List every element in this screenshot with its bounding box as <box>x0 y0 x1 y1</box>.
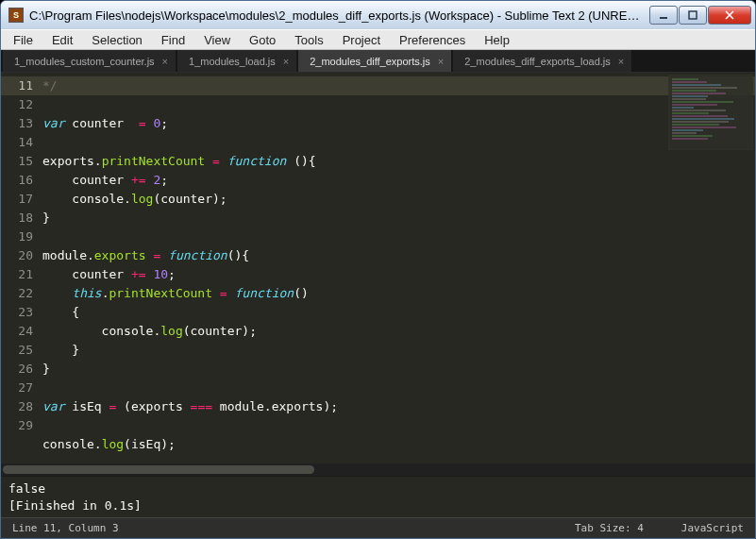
app-window: S C:\Program Files\nodejs\Workspace\modu… <box>0 0 756 539</box>
menu-edit[interactable]: Edit <box>43 31 81 49</box>
close-icon[interactable]: × <box>162 56 168 67</box>
status-tab-size[interactable]: Tab Size: 4 <box>575 522 644 534</box>
maximize-button[interactable] <box>679 6 707 25</box>
tab-label: 1_modules_load.js <box>189 56 276 67</box>
tab-0[interactable]: 1_modules_custom_counter.js× <box>3 50 176 72</box>
tab-label: 2_modules_diff_exports.js <box>310 56 430 67</box>
code-line[interactable]: console.log(counter); <box>42 324 257 338</box>
code-line[interactable]: */ <box>42 76 755 95</box>
code-line[interactable]: } <box>42 362 50 376</box>
code-line[interactable]: } <box>42 211 50 225</box>
build-output[interactable]: false [Finished in 0.1s] <box>1 476 755 517</box>
code-line[interactable]: { <box>42 305 79 319</box>
menu-goto[interactable]: Goto <box>241 31 284 49</box>
tab-label: 2_modules_diff_exports_load.js <box>464 56 611 67</box>
code-line[interactable]: console.log(isEq); <box>42 437 176 451</box>
tab-2[interactable]: 2_modules_diff_exports.js× <box>298 50 451 72</box>
status-syntax[interactable]: JavaScript <box>681 522 744 534</box>
close-button[interactable] <box>708 6 751 25</box>
status-position[interactable]: Line 11, Column 3 <box>12 522 119 534</box>
line-number[interactable]: 29 <box>18 418 33 432</box>
line-number[interactable]: 23 <box>18 305 33 319</box>
window-controls <box>649 6 751 25</box>
line-number[interactable]: 16 <box>18 173 33 187</box>
code-line[interactable]: this.printNextCount = function() <box>42 286 309 300</box>
tab-strip: 1_modules_custom_counter.js×1_modules_lo… <box>1 50 755 73</box>
line-number[interactable]: 13 <box>18 116 33 130</box>
line-number[interactable]: 12 <box>18 97 33 111</box>
line-number[interactable]: 26 <box>18 362 33 376</box>
titlebar[interactable]: S C:\Program Files\nodejs\Workspace\modu… <box>1 1 755 29</box>
gutter: 11 12 13 14 15 16 17 18 19 20 21 22 23 2… <box>1 73 42 463</box>
tab-3[interactable]: 2_modules_diff_exports_load.js× <box>453 50 631 72</box>
statusbar: Line 11, Column 3 Tab Size: 4 JavaScript <box>1 517 755 538</box>
menu-preferences[interactable]: Preferences <box>391 31 474 49</box>
line-number[interactable]: 17 <box>18 192 33 206</box>
line-number[interactable]: 20 <box>18 248 33 262</box>
line-number[interactable]: 14 <box>18 135 33 149</box>
menu-view[interactable]: View <box>195 31 239 49</box>
line-number[interactable]: 11 <box>1 76 42 95</box>
code-line[interactable]: counter += 2; <box>42 173 168 187</box>
code-line[interactable]: console.log(counter); <box>42 192 227 206</box>
line-number[interactable]: 28 <box>18 399 33 413</box>
code-scroll[interactable]: 11 12 13 14 15 16 17 18 19 20 21 22 23 2… <box>1 73 755 463</box>
minimize-button[interactable] <box>649 6 678 25</box>
line-number[interactable]: 21 <box>18 267 33 281</box>
menu-file[interactable]: File <box>5 31 42 49</box>
line-number[interactable]: 27 <box>18 380 33 395</box>
line-number[interactable]: 22 <box>18 286 33 300</box>
menu-tools[interactable]: Tools <box>286 31 331 49</box>
horizontal-scrollbar[interactable] <box>1 463 755 476</box>
minimap[interactable] <box>668 75 753 150</box>
scrollbar-thumb[interactable] <box>3 465 314 474</box>
line-number[interactable]: 25 <box>18 343 33 357</box>
close-icon[interactable]: × <box>283 56 289 67</box>
editor-area: 11 12 13 14 15 16 17 18 19 20 21 22 23 2… <box>1 73 755 517</box>
menu-help[interactable]: Help <box>476 31 518 49</box>
close-icon[interactable]: × <box>618 56 624 67</box>
app-icon: S <box>8 8 24 23</box>
tab-label: 1_modules_custom_counter.js <box>14 56 155 67</box>
code-line[interactable]: } <box>42 343 79 357</box>
line-number[interactable]: 24 <box>18 324 33 338</box>
line-number[interactable]: 19 <box>18 229 33 244</box>
line-number[interactable]: 18 <box>18 211 33 225</box>
window-title: C:\Program Files\nodejs\Workspace\module… <box>29 8 646 23</box>
svg-rect-1 <box>689 11 697 19</box>
code-line[interactable]: var isEq = (exports === module.exports); <box>42 399 338 413</box>
code-line[interactable]: module.exports = function(){ <box>42 248 249 262</box>
code-line[interactable]: counter += 10; <box>42 267 176 281</box>
menubar: FileEditSelectionFindViewGotoToolsProjec… <box>1 29 755 50</box>
menu-project[interactable]: Project <box>334 31 389 49</box>
menu-find[interactable]: Find <box>153 31 193 49</box>
close-icon[interactable]: × <box>438 56 444 67</box>
code-line[interactable]: var counter = 0; <box>42 116 168 130</box>
code-content[interactable]: */ var counter = 0; exports.printNextCou… <box>42 73 755 463</box>
svg-rect-0 <box>660 17 667 19</box>
tab-1[interactable]: 1_modules_load.js× <box>177 50 296 72</box>
line-number[interactable]: 15 <box>18 154 33 168</box>
code-line[interactable]: exports.printNextCount = function (){ <box>42 154 316 168</box>
menu-selection[interactable]: Selection <box>83 31 150 49</box>
